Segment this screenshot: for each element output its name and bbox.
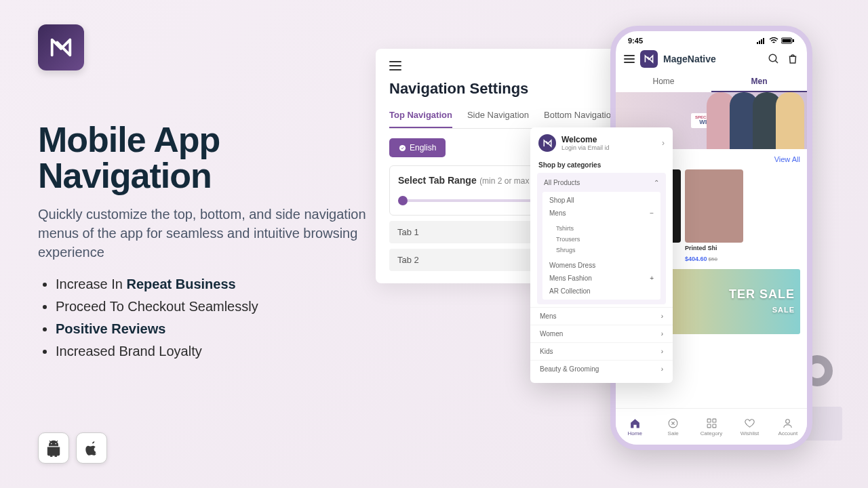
drawer-item-beauty[interactable]: Beauty & Grooming› [530, 360, 673, 378]
svg-rect-8 [783, 39, 791, 43]
svg-rect-3 [757, 42, 758, 44]
bullet-item: Positive Reviews [56, 321, 377, 337]
minus-icon: − [650, 209, 654, 217]
hero-description: Quickly customize the top, bottom, and s… [38, 205, 377, 262]
bullet-item: Increase In Repeat Business [56, 277, 377, 292]
tab-home[interactable]: Home [616, 72, 711, 92]
android-icon [38, 432, 69, 464]
app-header: MageNative [616, 46, 807, 72]
chevron-right-icon: › [661, 330, 663, 338]
chevron-right-icon: › [662, 138, 665, 148]
bullet-item: Increased Brand Loyalty [56, 344, 377, 359]
drawer-item-mens[interactable]: Mens› [530, 307, 673, 325]
category-tabs: Home Men [616, 72, 807, 92]
hero-bullets: Increase In Repeat Business Proceed To C… [38, 277, 377, 359]
platform-badges [38, 432, 107, 464]
battery-icon [781, 37, 795, 44]
subcategory-mens-fashion[interactable]: Mens Fashion+ [542, 272, 660, 285]
view-all-link[interactable]: View All [774, 155, 800, 163]
app-logo-icon [640, 50, 658, 68]
product-card[interactable]: Printed Shi $404.60$50 [685, 169, 743, 264]
svg-rect-12 [707, 419, 711, 422]
tab-bottom-navigation[interactable]: Bottom Navigation [544, 106, 616, 128]
bottom-tab-home[interactable]: Home [616, 409, 654, 445]
svg-rect-6 [763, 38, 764, 44]
hamburger-icon[interactable] [624, 55, 635, 63]
plus-icon: + [650, 274, 654, 282]
subsub-shrugs[interactable]: Shrugs [547, 245, 656, 256]
side-navigation-drawer: Welcome Login via Email id › Shop by cat… [530, 127, 673, 383]
svg-rect-15 [712, 424, 715, 427]
settings-nav-tabs: Top Navigation Side Navigation Bottom Na… [389, 106, 620, 129]
chevron-up-icon: ⌃ [654, 179, 659, 186]
tab-side-navigation[interactable]: Side Navigation [467, 106, 529, 128]
bottom-tab-bar: Home Sale Category Wishlist Account [616, 408, 807, 445]
drawer-item-kids[interactable]: Kids› [530, 342, 673, 360]
search-icon[interactable] [768, 53, 780, 65]
check-badge-icon [399, 144, 406, 152]
bullet-item: Proceed To Checkout Seamlessly [56, 299, 377, 314]
apple-icon [76, 432, 107, 464]
svg-rect-13 [712, 419, 715, 422]
language-button[interactable]: English [389, 138, 446, 157]
page-title: Mobile AppNavigation [38, 122, 377, 194]
tab-men[interactable]: Men [711, 72, 807, 92]
subcategory-womens-dress[interactable]: Womens Dress [542, 259, 660, 272]
chevron-right-icon: › [661, 365, 663, 373]
svg-point-1 [55, 443, 56, 445]
status-bar: 9:45 [616, 31, 807, 46]
product-image [685, 169, 743, 243]
subcategory-mens[interactable]: Mens− [542, 207, 660, 220]
svg-point-16 [786, 419, 790, 423]
app-brand-name: MageNative [663, 54, 762, 64]
tab-top-navigation[interactable]: Top Navigation [389, 106, 452, 128]
drawer-welcome[interactable]: Welcome Login via Email id › [530, 127, 673, 159]
bag-icon[interactable] [787, 53, 799, 65]
bottom-tab-wishlist[interactable]: Wishlist [730, 409, 768, 445]
bottom-tab-category[interactable]: Category [692, 409, 730, 445]
subcategory-ar-collection[interactable]: AR Collection [542, 285, 660, 298]
hamburger-icon[interactable] [389, 61, 401, 70]
status-time: 9:45 [628, 37, 643, 45]
svg-point-2 [399, 144, 406, 150]
svg-rect-4 [759, 41, 760, 44]
subcategory-shop-all[interactable]: Shop All [542, 194, 660, 207]
category-all-products[interactable]: All Products⌃ [537, 176, 666, 190]
banner-people-illustration [712, 92, 807, 149]
wifi-icon [769, 37, 778, 44]
brand-logo [38, 24, 84, 70]
subsub-tshirts[interactable]: Tshirts [547, 223, 656, 234]
settings-title: Navigation Settings [389, 80, 620, 98]
subsub-trousers[interactable]: Trousers [547, 234, 656, 245]
svg-point-0 [51, 443, 52, 445]
signal-icon [757, 37, 766, 44]
range-label: Select Tab Range [398, 175, 477, 186]
drawer-section-label: Shop by categories [530, 159, 673, 170]
hero-copy: Mobile AppNavigation Quickly customize t… [38, 122, 377, 366]
svg-rect-5 [761, 39, 762, 44]
svg-rect-14 [707, 424, 711, 427]
bottom-tab-sale[interactable]: Sale [654, 409, 692, 445]
svg-rect-9 [793, 39, 794, 42]
bottom-tab-account[interactable]: Account [769, 409, 807, 445]
svg-point-10 [769, 54, 776, 62]
chevron-right-icon: › [661, 312, 663, 320]
drawer-logo-icon [538, 134, 556, 152]
drawer-item-women[interactable]: Women› [530, 325, 673, 342]
chevron-right-icon: › [661, 348, 663, 355]
category-tree: All Products⌃ Shop All Mens− Tshirts Tro… [537, 173, 666, 304]
